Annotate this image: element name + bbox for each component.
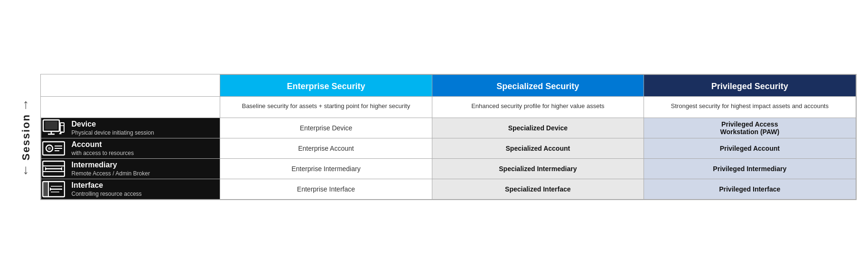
intermediary-icon bbox=[41, 159, 66, 179]
row-text-block: Account with access to resources bbox=[72, 140, 134, 156]
cell-specialized-device: Specialized Device bbox=[432, 118, 644, 138]
cell-specialized-interface: Specialized Interface bbox=[432, 179, 644, 199]
row-header-inner: Intermediary Remote Access / Admin Broke… bbox=[41, 159, 220, 179]
table-body: Device Physical device initiating sessio… bbox=[41, 118, 856, 199]
arrow-up-icon: ↑ bbox=[23, 98, 29, 111]
header-specialized: Specialized Security bbox=[432, 75, 644, 97]
cell-enterprise-device: Enterprise Device bbox=[220, 118, 432, 138]
row-text-block: Device Physical device initiating sessio… bbox=[72, 120, 154, 136]
session-label: Session bbox=[20, 114, 32, 160]
interface-icon bbox=[41, 179, 66, 199]
subtitle-row: Baseline security for assets + starting … bbox=[41, 97, 856, 118]
row-header-interface: Interface Controlling resource access bbox=[41, 179, 220, 199]
row-text-block: Interface Controlling resource access bbox=[72, 181, 142, 197]
row-subtitle: with access to resources bbox=[72, 150, 134, 156]
row-text-block: Intermediary Remote Access / Admin Broke… bbox=[72, 161, 150, 177]
subtitle-enterprise: Baseline security for assets + starting … bbox=[220, 97, 432, 118]
row-subtitle: Physical device initiating session bbox=[72, 129, 154, 136]
security-table: Enterprise Security Specialized Security… bbox=[41, 74, 856, 200]
session-label-col: ↑ Session ↓ bbox=[12, 74, 40, 200]
header-privileged: Privileged Security bbox=[644, 75, 856, 97]
cell-privileged-interface: Privileged Interface bbox=[644, 179, 856, 199]
row-title: Interface bbox=[72, 181, 142, 190]
row-title: Account bbox=[72, 140, 134, 149]
cell-enterprise-account: Enterprise Account bbox=[220, 138, 432, 158]
device-icon bbox=[41, 118, 66, 138]
cell-enterprise-intermediary: Enterprise Intermediary bbox=[220, 158, 432, 179]
cell-enterprise-interface: Enterprise Interface bbox=[220, 179, 432, 199]
cell-privileged-intermediary: Privileged Intermediary bbox=[644, 158, 856, 179]
row-subtitle: Remote Access / Admin Broker bbox=[72, 170, 150, 177]
row-header-inner: Interface Controlling resource access bbox=[41, 179, 220, 199]
svg-marker-24 bbox=[50, 187, 52, 191]
svg-rect-4 bbox=[60, 123, 64, 132]
table-row: Device Physical device initiating sessio… bbox=[41, 118, 856, 138]
subtitle-specialized: Enhanced security profile for higher val… bbox=[432, 97, 644, 118]
row-header-account: Account with access to resources bbox=[41, 138, 220, 158]
arrow-down-icon: ↓ bbox=[23, 163, 29, 176]
account-icon bbox=[41, 138, 66, 158]
cell-specialized-account: Specialized Account bbox=[432, 138, 644, 158]
main-container: ↑ Session ↓ Enterprise Security Speciali… bbox=[12, 74, 857, 200]
row-header-device: Device Physical device initiating sessio… bbox=[41, 118, 220, 138]
svg-marker-18 bbox=[45, 167, 47, 171]
row-header-inner: Account with access to resources bbox=[41, 138, 220, 158]
header-row: Enterprise Security Specialized Security… bbox=[41, 75, 856, 97]
row-title: Device bbox=[72, 120, 154, 128]
subtitle-privileged: Strongest security for highest impact as… bbox=[644, 97, 856, 118]
header-enterprise: Enterprise Security bbox=[220, 75, 432, 97]
header-empty-cell bbox=[41, 75, 220, 97]
subtitle-empty-cell bbox=[41, 97, 220, 118]
cell-privileged-device: Privileged AccessWorkstation (PAW) bbox=[644, 118, 856, 138]
svg-rect-1 bbox=[45, 121, 57, 129]
row-header-inner: Device Physical device initiating sessio… bbox=[41, 118, 220, 138]
row-title: Intermediary bbox=[72, 161, 150, 169]
svg-rect-21 bbox=[43, 182, 48, 197]
cell-privileged-account: Privileged Account bbox=[644, 138, 856, 158]
row-subtitle: Controlling resource access bbox=[72, 191, 142, 197]
table-row: Account with access to resources Enterpr… bbox=[41, 138, 856, 158]
svg-point-10 bbox=[48, 147, 51, 150]
table-row: Interface Controlling resource access En… bbox=[41, 179, 856, 199]
main-table-wrap: Enterprise Security Specialized Security… bbox=[40, 74, 857, 200]
row-header-intermediary: Intermediary Remote Access / Admin Broke… bbox=[41, 158, 220, 179]
table-row: Intermediary Remote Access / Admin Broke… bbox=[41, 158, 856, 179]
svg-marker-19 bbox=[60, 167, 62, 171]
cell-specialized-intermediary: Specialized Intermediary bbox=[432, 158, 644, 179]
